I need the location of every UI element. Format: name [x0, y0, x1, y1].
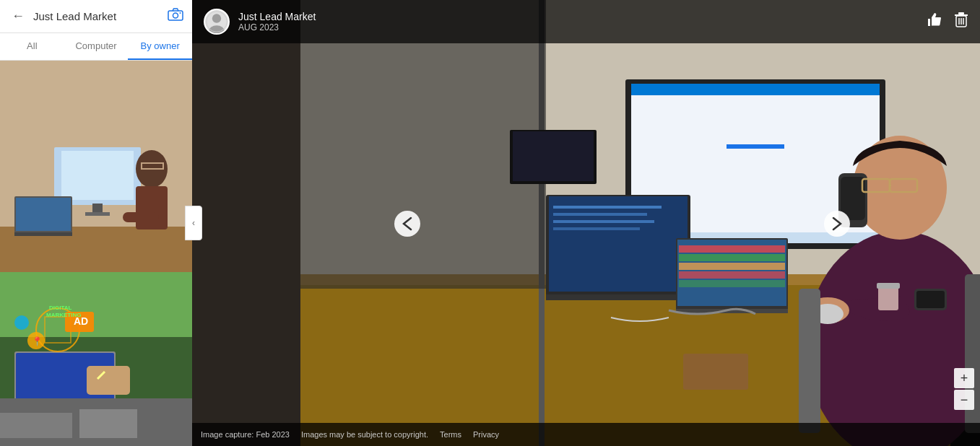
- svg-text:📍: 📍: [32, 336, 43, 346]
- svg-rect-70: [679, 254, 785, 261]
- main-top-bar: Just Lead Market AUG 2023: [192, 0, 980, 43]
- top-bar-info: Just Lead Market AUG 2023: [238, 11, 316, 32]
- svg-rect-61: [549, 196, 688, 292]
- svg-rect-89: [878, 285, 898, 310]
- photo-date: AUG 2023: [238, 22, 316, 32]
- svg-rect-13: [136, 186, 168, 229]
- main-image-viewer: [192, 0, 980, 446]
- svg-text:DIGITAL: DIGITAL: [49, 305, 72, 311]
- list-item[interactable]: AD 📍 DIGITAL MARKETING: [0, 272, 192, 398]
- bottom-bar: Image capture: Feb 2023 Images may be su…: [192, 423, 980, 446]
- sidebar: ← Just Lead Market All Computer By owner: [0, 0, 192, 446]
- privacy-link[interactable]: Privacy: [473, 430, 499, 439]
- top-right-actions: [925, 12, 968, 31]
- svg-rect-40: [958, 12, 964, 14]
- chevron-left-icon: [402, 217, 412, 231]
- svg-rect-76: [513, 131, 594, 181]
- thumbs-up-icon: [925, 12, 942, 27]
- svg-rect-17: [0, 272, 192, 337]
- svg-rect-28: [87, 366, 130, 395]
- svg-point-36: [212, 14, 221, 22]
- main-content: Just Lead Market AUG 2023: [192, 0, 980, 446]
- svg-rect-62: [553, 206, 662, 209]
- trash-icon: [954, 12, 968, 27]
- svg-rect-91: [799, 289, 820, 433]
- svg-rect-52: [300, 0, 546, 289]
- sidebar-title: Just Lead Market: [33, 10, 162, 22]
- zoom-controls: + −: [954, 368, 974, 410]
- tab-all[interactable]: All: [0, 33, 64, 60]
- copyright-text: Images may be subject to copyright.: [301, 430, 428, 439]
- tabs-bar: All Computer By owner: [0, 33, 192, 61]
- svg-rect-72: [679, 271, 785, 279]
- svg-rect-63: [553, 213, 647, 216]
- prev-image-button[interactable]: [394, 211, 420, 237]
- like-button[interactable]: [925, 12, 942, 31]
- tab-by-owner[interactable]: By owner: [128, 33, 192, 60]
- svg-rect-93: [683, 354, 748, 390]
- delete-button[interactable]: [954, 12, 968, 31]
- sidebar-panel: ← Just Lead Market All Computer By owner: [0, 0, 192, 446]
- list-item[interactable]: [0, 398, 192, 446]
- svg-rect-8: [85, 212, 110, 216]
- profile-icon: [205, 9, 228, 35]
- thumbnail-2: AD 📍 DIGITAL MARKETING: [0, 272, 192, 398]
- sidebar-collapse-toggle[interactable]: ‹: [185, 206, 202, 240]
- svg-text:MARKETING: MARKETING: [46, 312, 81, 318]
- main-office-photo: [192, 0, 980, 446]
- back-button[interactable]: ←: [9, 7, 27, 25]
- svg-rect-90: [877, 283, 900, 289]
- svg-rect-34: [79, 409, 137, 438]
- svg-rect-6: [61, 151, 134, 200]
- svg-rect-69: [679, 245, 785, 253]
- thumbnail-3: [0, 398, 192, 446]
- svg-point-2: [180, 12, 181, 14]
- profile-avatar[interactable]: [204, 9, 230, 35]
- profile-name: Just Lead Market: [238, 11, 316, 22]
- zoom-out-button[interactable]: −: [954, 390, 974, 410]
- tab-computer[interactable]: Computer: [64, 33, 129, 60]
- svg-point-1: [173, 13, 178, 18]
- svg-point-27: [14, 315, 29, 330]
- next-image-button[interactable]: [824, 211, 850, 237]
- svg-rect-57: [727, 144, 784, 149]
- thumbnail-1: [0, 61, 192, 272]
- svg-rect-66: [546, 294, 690, 300]
- sidebar-header: ← Just Lead Market: [0, 0, 192, 33]
- camera-icon-button[interactable]: [168, 8, 183, 25]
- svg-rect-14: [123, 212, 159, 222]
- svg-rect-11: [14, 232, 72, 236]
- sidebar-images-list: AD 📍 DIGITAL MARKETING: [0, 61, 192, 446]
- svg-rect-71: [679, 263, 785, 270]
- zoom-in-button[interactable]: +: [954, 368, 974, 388]
- svg-rect-10: [16, 198, 71, 231]
- chevron-right-icon: [832, 217, 842, 231]
- svg-rect-73: [679, 280, 785, 287]
- terms-link[interactable]: Terms: [440, 430, 461, 439]
- image-capture-text: Image capture: Feb 2023: [201, 430, 290, 439]
- svg-rect-0: [168, 11, 183, 20]
- camera-icon: [168, 8, 183, 21]
- svg-rect-65: [553, 227, 640, 230]
- list-item[interactable]: [0, 61, 192, 272]
- svg-rect-33: [0, 413, 72, 438]
- svg-rect-55: [631, 84, 880, 95]
- svg-rect-87: [916, 291, 945, 308]
- svg-rect-64: [553, 220, 654, 223]
